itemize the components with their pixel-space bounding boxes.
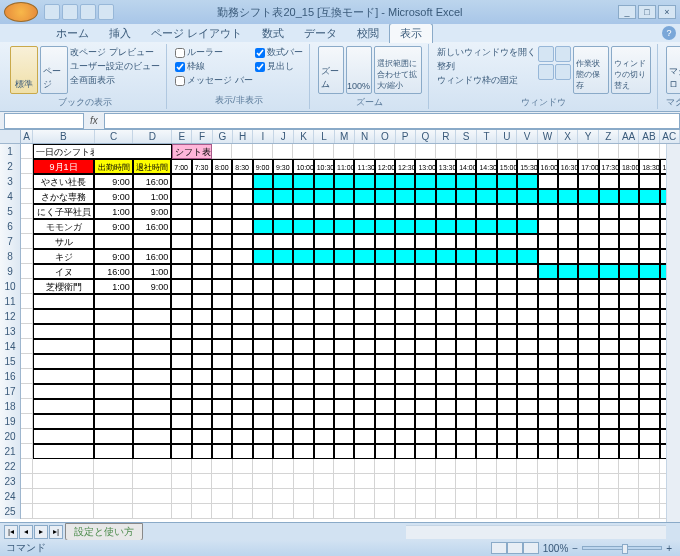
cell-25-27[interactable] xyxy=(639,504,659,519)
cell-12-23[interactable] xyxy=(558,309,578,324)
cell-6-4[interactable] xyxy=(171,219,191,234)
row-header-22[interactable]: 22 xyxy=(0,459,21,474)
cell-7-20[interactable] xyxy=(497,234,517,249)
cell-8-10[interactable] xyxy=(293,249,313,264)
cell-4-8[interactable] xyxy=(253,189,273,204)
cell-25-21[interactable] xyxy=(517,504,537,519)
cell-17-3[interactable] xyxy=(133,384,172,399)
cell-25-6[interactable] xyxy=(212,504,232,519)
cell-20-24[interactable] xyxy=(578,429,598,444)
cell-6-27[interactable] xyxy=(639,219,659,234)
cell-9-2[interactable]: 16:00 xyxy=(94,264,133,279)
cell-14-15[interactable] xyxy=(395,339,415,354)
cell-22-3[interactable] xyxy=(133,459,172,474)
cell-12-17[interactable] xyxy=(436,309,456,324)
cell-14-18[interactable] xyxy=(456,339,476,354)
cell-14-23[interactable] xyxy=(558,339,578,354)
cell-12-13[interactable] xyxy=(354,309,374,324)
sheet-nav-next[interactable]: ▸ xyxy=(34,525,48,539)
cell-3-11[interactable] xyxy=(314,174,334,189)
cell-9-21[interactable] xyxy=(517,264,537,279)
cell-5-24[interactable] xyxy=(578,204,598,219)
cell-14-6[interactable] xyxy=(212,339,232,354)
col-header-O[interactable]: O xyxy=(375,130,395,143)
sheet-tab-0[interactable]: 設定と使い方 xyxy=(65,523,143,541)
cell-3-9[interactable] xyxy=(273,174,293,189)
cell-21-24[interactable] xyxy=(578,444,598,459)
cell-20-0[interactable] xyxy=(21,429,33,444)
col-header-K[interactable]: K xyxy=(294,130,314,143)
cell-23-21[interactable] xyxy=(517,474,537,489)
row-header-17[interactable]: 17 xyxy=(0,384,21,399)
cell-4-25[interactable] xyxy=(599,189,619,204)
cell-23-4[interactable] xyxy=(172,474,192,489)
cell-17-18[interactable] xyxy=(456,384,476,399)
cell-14-22[interactable] xyxy=(538,339,558,354)
cell-9-24[interactable] xyxy=(578,264,598,279)
row-header-8[interactable]: 8 xyxy=(0,249,21,264)
cell-1-16[interactable] xyxy=(416,144,436,159)
cell-18-20[interactable] xyxy=(497,399,517,414)
cell-15-20[interactable] xyxy=(497,354,517,369)
cell-16-6[interactable] xyxy=(212,369,232,384)
col-header-X[interactable]: X xyxy=(558,130,578,143)
cell-9-9[interactable] xyxy=(273,264,293,279)
cell-9-10[interactable] xyxy=(293,264,313,279)
cell-16-3[interactable] xyxy=(133,369,172,384)
cell-10-7[interactable] xyxy=(232,279,252,294)
cell-20-19[interactable] xyxy=(476,429,496,444)
cell-20-18[interactable] xyxy=(456,429,476,444)
cell-20-13[interactable] xyxy=(354,429,374,444)
cell-18-9[interactable] xyxy=(273,399,293,414)
cell-23-1[interactable] xyxy=(33,474,95,489)
row-header-3[interactable]: 3 xyxy=(0,174,21,189)
cell-10-11[interactable] xyxy=(314,279,334,294)
cell-13-5[interactable] xyxy=(192,324,212,339)
col-header-AB[interactable]: AB xyxy=(639,130,659,143)
cell-18-16[interactable] xyxy=(415,399,435,414)
cell-6-19[interactable] xyxy=(476,219,496,234)
cell-12-10[interactable] xyxy=(293,309,313,324)
cell-25-18[interactable] xyxy=(456,504,476,519)
cell-7-2[interactable] xyxy=(94,234,133,249)
cell-11-22[interactable] xyxy=(538,294,558,309)
cell-12-18[interactable] xyxy=(456,309,476,324)
cell-18-10[interactable] xyxy=(293,399,313,414)
cell-10-15[interactable] xyxy=(395,279,415,294)
sheet-nav-prev[interactable]: ◂ xyxy=(19,525,33,539)
cell-1-12[interactable] xyxy=(334,144,354,159)
cell-15-22[interactable] xyxy=(538,354,558,369)
menu-tab-6[interactable]: 表示 xyxy=(389,23,433,43)
cell-25-26[interactable] xyxy=(619,504,639,519)
cell-23-7[interactable] xyxy=(233,474,253,489)
cell-13-15[interactable] xyxy=(395,324,415,339)
cell-9-17[interactable] xyxy=(436,264,456,279)
zoom-button[interactable]: ズーム xyxy=(318,46,344,94)
cell-10-9[interactable] xyxy=(273,279,293,294)
cell-19-11[interactable] xyxy=(314,414,334,429)
cell-5-15[interactable] xyxy=(395,204,415,219)
cell-7-19[interactable] xyxy=(476,234,496,249)
cell-10-22[interactable] xyxy=(538,279,558,294)
cell-6-9[interactable] xyxy=(273,219,293,234)
cell-1-18[interactable] xyxy=(456,144,476,159)
cell-9-19[interactable] xyxy=(476,264,496,279)
cell-19-17[interactable] xyxy=(436,414,456,429)
cell-20-26[interactable] xyxy=(619,429,639,444)
cell-3-2[interactable]: 9:00 xyxy=(94,174,133,189)
cell-9-5[interactable] xyxy=(192,264,212,279)
cell-1-13[interactable] xyxy=(354,144,374,159)
cell-24-5[interactable] xyxy=(192,489,212,504)
cell-19-20[interactable] xyxy=(497,414,517,429)
row-header-1[interactable]: 1 xyxy=(0,144,21,159)
cell-5-0[interactable] xyxy=(21,204,33,219)
cell-20-4[interactable] xyxy=(171,429,191,444)
cell-22-20[interactable] xyxy=(497,459,517,474)
arrange[interactable]: 整列 xyxy=(437,60,536,73)
cell-16-27[interactable] xyxy=(639,369,659,384)
cell-22-5[interactable] xyxy=(192,459,212,474)
cell-1-20[interactable] xyxy=(497,144,517,159)
cell-20-10[interactable] xyxy=(293,429,313,444)
cell-11-18[interactable] xyxy=(456,294,476,309)
cell-11-24[interactable] xyxy=(578,294,598,309)
